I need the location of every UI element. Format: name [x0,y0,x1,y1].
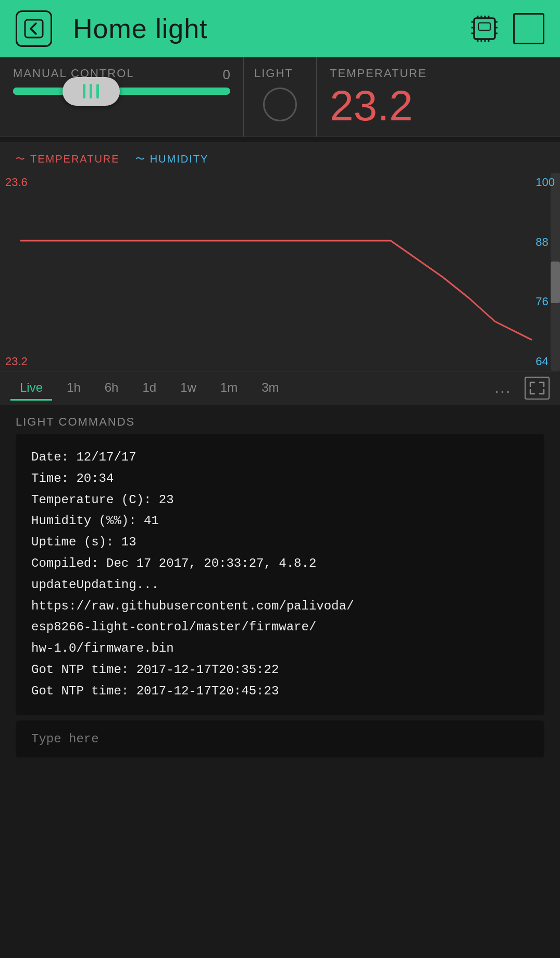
commands-terminal: Date: 12/17/17 Time: 20:34 Temperature (… [16,434,544,715]
chart-y-axis-left: 23.6 23.2 [5,173,28,371]
slider-value: 0 [223,67,230,83]
tab-1w[interactable]: 1w [171,376,206,401]
log-line-11: Got NTP time: 2017-12-17T20:45:23 [31,681,529,702]
expand-button[interactable] [525,377,550,400]
manual-control-section: MANUAL CONTROL 0 [0,57,244,136]
legend-temp-label: TEMPERATURE [30,153,120,165]
page-title: Home light [73,13,208,44]
tab-1h[interactable]: 1h [57,376,90,401]
slider-thumb[interactable] [63,77,120,106]
chip-icon[interactable] [466,10,503,47]
log-line-7: https://raw.githubusercontent.com/palivo… [31,596,529,617]
control-row: MANUAL CONTROL 0 LIGHT TEMPERATURE 23.2 [0,57,560,137]
light-section: LIGHT [244,57,317,136]
light-indicator [263,88,297,121]
chart-tabs: Live 1h 6h 1d 1w 1m 3m ... [0,371,560,405]
square-icon[interactable] [513,13,544,44]
svg-rect-1 [474,18,495,39]
log-line-1: Time: 20:34 [31,468,529,490]
y-right-100: 100 [536,176,555,189]
log-line-3: Humidity (%%): 41 [31,511,529,532]
log-line-10: Got NTP time: 2017-12-17T20:35:22 [31,660,529,681]
tab-1m[interactable]: 1m [211,376,247,401]
temperature-section: TEMPERATURE 23.2 [317,57,560,136]
tab-6h[interactable]: 6h [95,376,128,401]
temp-chart-icon: 〜 [16,153,26,165]
chart-container: 23.6 23.2 100 88 76 64 [0,173,560,371]
tab-3m[interactable]: 3m [252,376,288,401]
y-left-bottom: 23.2 [5,355,28,368]
hum-chart-icon: 〜 [135,153,146,165]
command-input[interactable] [16,720,544,757]
log-line-8: esp8266-light-control/master/firmware/ [31,617,529,638]
commands-label: LIGHT COMMANDS [16,410,544,434]
slider-thumb-lines [83,84,99,98]
log-line-2: Temperature (C): 23 [31,490,529,511]
legend-humidity: 〜 HUMIDITY [135,153,209,165]
log-line-6: updateUpdating... [31,575,529,596]
chart-y-axis-right: 100 88 76 64 [536,173,555,371]
more-button[interactable]: ... [487,376,519,401]
chart-section: 〜 TEMPERATURE 〜 HUMIDITY 23.6 23.2 100 8… [0,142,560,405]
slider-track[interactable] [13,88,230,95]
chart-svg [0,173,560,371]
legend-temperature: 〜 TEMPERATURE [16,153,120,165]
header-icons [466,10,544,47]
tab-1d[interactable]: 1d [133,376,166,401]
temperature-value: 23.2 [330,84,547,127]
svg-rect-2 [479,23,490,30]
tab-live[interactable]: Live [10,376,52,401]
temperature-label: TEMPERATURE [330,67,547,80]
back-button[interactable] [16,10,52,47]
commands-section: LIGHT COMMANDS Date: 12/17/17 Time: 20:3… [0,410,560,757]
slider-thumb-line-3 [96,84,99,98]
y-right-76: 76 [536,295,555,308]
chart-legend: 〜 TEMPERATURE 〜 HUMIDITY [0,153,560,173]
slider-thumb-line-1 [83,84,85,98]
light-label: LIGHT [254,67,293,80]
svg-rect-0 [25,20,43,38]
legend-hum-label: HUMIDITY [150,153,209,165]
slider-thumb-line-2 [90,84,92,98]
y-right-64: 64 [536,355,555,368]
y-left-top: 23.6 [5,176,28,189]
log-line-9: hw-1.0/firmware.bin [31,638,529,660]
log-line-5: Compiled: Dec 17 2017, 20:33:27, 4.8.2 [31,553,529,575]
log-line-4: Uptime (s): 13 [31,532,529,553]
log-line-0: Date: 12/17/17 [31,447,529,468]
y-right-88: 88 [536,235,555,249]
slider-row [13,88,230,95]
header: Home light [0,0,560,57]
